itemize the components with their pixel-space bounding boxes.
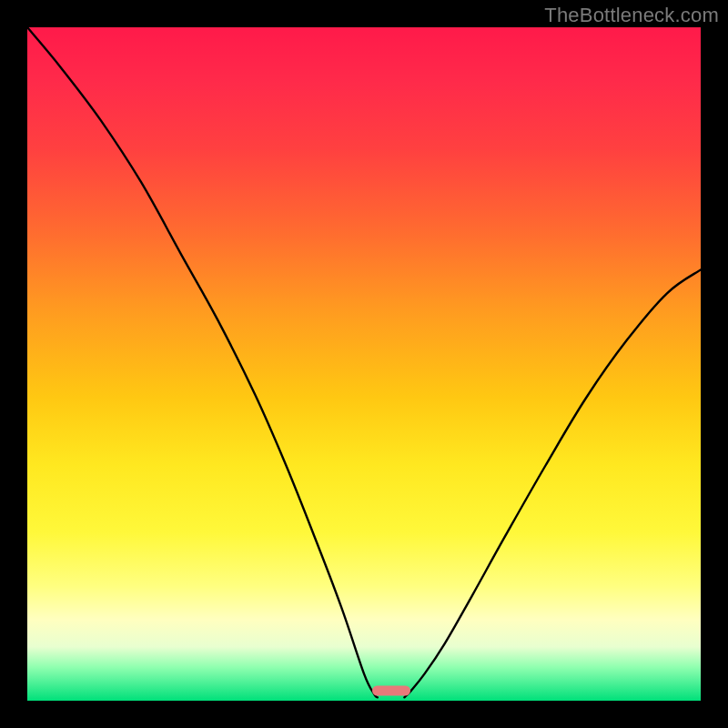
plot-area: [27, 27, 701, 701]
curve-svg: [27, 27, 701, 701]
min-marker: [372, 685, 410, 695]
outer-frame: TheBottleneck.com: [0, 0, 728, 728]
watermark-text: TheBottleneck.com: [544, 4, 719, 27]
curve-right: [404, 269, 701, 697]
curve-left: [27, 27, 378, 697]
